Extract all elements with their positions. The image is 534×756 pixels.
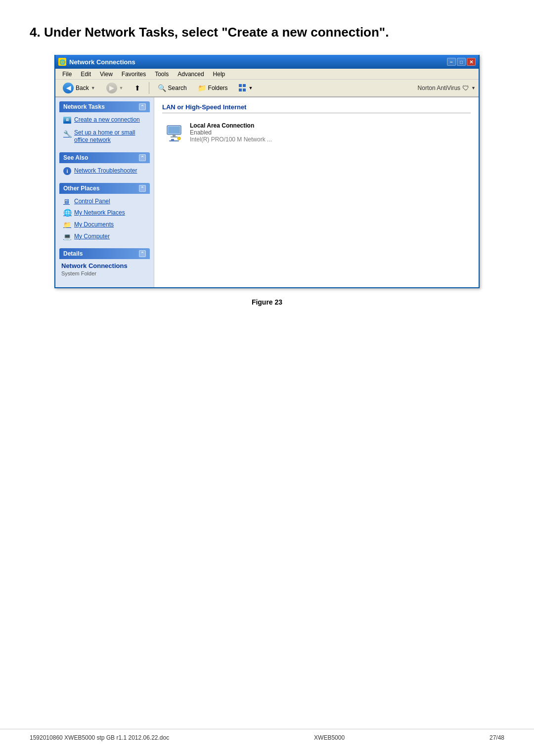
sidebar-link-new-connection-label: Create a new connection [74,116,140,124]
toolbar: ◀ Back ▼ ▶ ▼ ⬆ 🔍 Search 📁 Folders [55,80,479,97]
sidebar-network-tasks-collapse[interactable]: ⌃ [139,103,146,110]
back-dropdown-icon[interactable]: ▼ [91,86,95,90]
connection-status: Enabled [190,129,272,136]
norton-area: Norton AntiVirus 🛡 ▼ [418,84,476,92]
view-dropdown-icon[interactable]: ▼ [249,86,253,90]
connection-description: Intel(R) PRO/100 M Network ... [190,136,272,143]
menu-advanced[interactable]: Advanced [174,70,208,79]
troubleshooter-icon: i [63,167,71,175]
window-icon: 🌐 [58,58,66,66]
new-connection-icon: 🖥 [63,117,71,124]
svg-rect-3 [171,136,178,137]
connection-name: Local Area Connection [190,122,272,129]
svg-rect-5 [169,140,179,141]
network-connection-item[interactable]: Local Area Connection Enabled Intel(R) P… [162,119,471,146]
norton-dropdown-icon[interactable]: ▼ [471,86,476,90]
sidebar-network-tasks-title: Network Tasks [63,103,105,110]
sidebar-other-places-header: Other Places ⌃ [59,183,150,194]
details-sub: System Folder [61,270,148,276]
sidebar-see-also-title: See Also [63,154,88,161]
sidebar-other-places-section: Other Places ⌃ 🖥 Control Panel 🌐 My Netw… [59,183,150,244]
sidebar-details-collapse[interactable]: ⌃ [139,250,146,257]
folders-icon: 📁 [198,84,206,92]
footer-center: XWEB5000 [314,734,345,741]
my-computer-icon: 💻 [63,233,71,240]
back-label: Back [76,85,89,91]
search-button[interactable]: 🔍 Search [153,82,191,94]
menu-tools[interactable]: Tools [151,70,173,79]
sidebar-see-also-body: i Network Troubleshooter [59,163,150,179]
back-icon: ◀ [63,83,74,93]
view-options-icon [239,84,247,92]
sidebar-link-my-computer[interactable]: 💻 My Computer [61,232,148,242]
control-panel-icon: 🖥 [63,198,71,205]
norton-label: Norton AntiVirus [418,85,461,91]
folders-button[interactable]: 📁 Folders [193,82,232,94]
content-section-title: LAN or High-Speed Internet [162,103,471,113]
menu-favorites[interactable]: Favorites [118,70,150,79]
sidebar-details-header: Details ⌃ [59,248,150,259]
sidebar-network-tasks-header: Network Tasks ⌃ [59,101,150,112]
menu-bar: File Edit View Favorites Tools Advanced … [55,69,479,80]
sidebar-link-troubleshooter-label: Network Troubleshooter [74,167,137,175]
svg-rect-2 [173,134,176,136]
figure-label: Figure 23 [30,298,504,306]
network-item-info: Local Area Connection Enabled Intel(R) P… [190,122,272,143]
title-bar: 🌐 Network Connections − □ ✕ [55,55,479,69]
menu-edit[interactable]: Edit [77,70,95,79]
svg-point-6 [178,137,180,140]
sidebar: Network Tasks ⌃ 🖥 Create a new connectio… [55,97,154,287]
toolbar-separator-1 [149,82,149,94]
sidebar-link-new-connection[interactable]: 🖥 Create a new connection [61,115,148,125]
back-button[interactable]: ◀ Back ▼ [58,81,100,95]
forward-dropdown-icon: ▼ [119,86,124,90]
sidebar-see-also-section: See Also ⌃ i Network Troubleshooter [59,152,150,179]
svg-rect-1 [168,127,180,133]
sidebar-link-control-panel[interactable]: 🖥 Control Panel [61,197,148,207]
sidebar-other-places-body: 🖥 Control Panel 🌐 My Network Places 📁 My… [59,194,150,244]
view-options-button[interactable]: ▼ [234,82,258,94]
footer-left: 1592010860 XWEB5000 stp GB r1.1 2012.06.… [30,734,169,741]
sidebar-details-section: Details ⌃ Network Connections System Fol… [59,248,150,279]
main-content: Network Tasks ⌃ 🖥 Create a new connectio… [55,97,479,287]
explorer-window: 🌐 Network Connections − □ ✕ File Edit Vi… [54,55,480,288]
forward-button[interactable]: ▶ ▼ [102,81,128,95]
sidebar-link-my-network-places[interactable]: 🌐 My Network Places [61,208,148,218]
menu-view[interactable]: View [96,70,117,79]
sidebar-details-title: Details [63,250,83,257]
sidebar-network-tasks-section: Network Tasks ⌃ 🖥 Create a new connectio… [59,101,150,148]
search-label: Search [168,85,187,91]
sidebar-see-also-collapse[interactable]: ⌃ [139,154,146,161]
sidebar-see-also-header: See Also ⌃ [59,152,150,163]
my-network-places-icon: 🌐 [63,209,71,216]
page-heading: 4. Under Network Tasks, select "Create a… [30,25,504,40]
minimize-button[interactable]: − [447,58,456,66]
close-button[interactable]: ✕ [467,58,476,66]
sidebar-link-home-network-label: Set up a home or small office network [74,129,146,144]
sidebar-link-my-documents[interactable]: 📁 My Documents [61,220,148,230]
details-name: Network Connections [61,262,148,269]
title-bar-left: 🌐 Network Connections [58,58,135,66]
page-footer: 1592010860 XWEB5000 stp GB r1.1 2012.06.… [0,729,534,741]
sidebar-link-troubleshooter[interactable]: i Network Troubleshooter [61,166,148,176]
footer-right: 27/48 [490,734,504,741]
sidebar-link-home-network[interactable]: 🔧 Set up a home or small office network [61,128,148,145]
menu-help[interactable]: Help [209,70,229,79]
search-icon: 🔍 [158,84,166,92]
sidebar-link-my-computer-label: My Computer [74,233,110,241]
norton-icon: 🛡 [462,84,469,92]
folders-label: Folders [208,85,228,91]
title-bar-buttons: − □ ✕ [447,58,476,66]
my-documents-icon: 📁 [63,221,71,228]
maximize-button[interactable]: □ [457,58,466,66]
sidebar-network-tasks-body: 🖥 Create a new connection 🔧 Set up a hom… [59,112,150,148]
up-button[interactable]: ⬆ [130,82,145,94]
menu-file[interactable]: File [58,70,76,79]
sidebar-details-body: Network Connections System Folder [59,259,150,279]
sidebar-other-places-title: Other Places [63,185,99,192]
window-title: Network Connections [69,58,135,66]
sidebar-link-my-documents-label: My Documents [74,221,114,229]
sidebar-other-places-collapse[interactable]: ⌃ [139,185,146,192]
sidebar-link-control-panel-label: Control Panel [74,198,110,206]
content-area: LAN or High-Speed Internet [154,97,479,287]
